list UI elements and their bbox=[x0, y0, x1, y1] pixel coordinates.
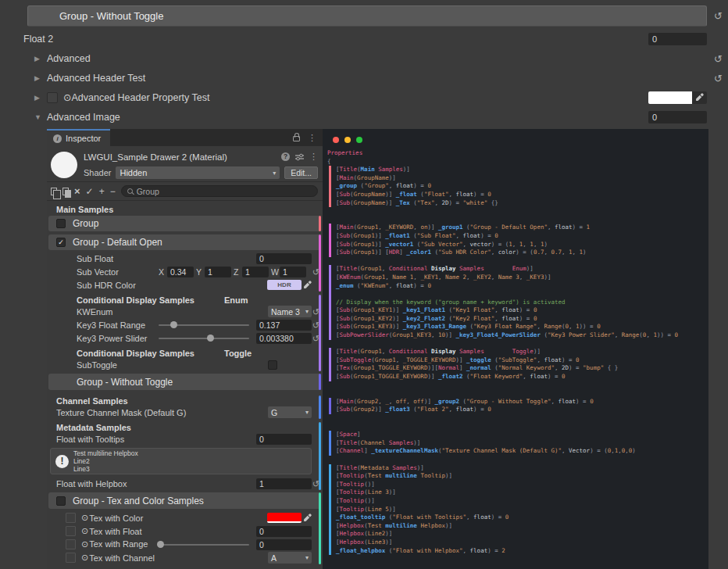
reset-icon[interactable]: ↺ bbox=[312, 320, 319, 329]
color-swatch-sub-hdr-color[interactable]: HDR bbox=[267, 280, 302, 290]
reset-icon[interactable]: ↺ bbox=[312, 479, 319, 488]
texture-slot[interactable] bbox=[66, 513, 76, 523]
slider-handle[interactable] bbox=[170, 321, 177, 328]
code-token: )] bbox=[424, 398, 435, 405]
property-row-key3-power-slider: Key3 Power Slider0.003380↺ bbox=[47, 331, 323, 345]
kebab-menu-icon[interactable]: ⋮ bbox=[308, 133, 316, 143]
reset-icon[interactable]: ↺ bbox=[312, 267, 319, 276]
eyedropper-icon[interactable] bbox=[302, 281, 312, 289]
foldout-closed-icon[interactable]: ▶ bbox=[34, 94, 44, 102]
axis-field-z[interactable]: 1 bbox=[242, 267, 269, 277]
texture-slot[interactable] bbox=[66, 526, 76, 536]
slider-handle[interactable] bbox=[207, 335, 214, 342]
code-token: Group1_TOGGLE_KEYWORD bbox=[354, 364, 428, 371]
eyedropper-icon[interactable] bbox=[302, 514, 312, 522]
property-row-float-with-helpbox: Float with Helpbox1↺ bbox=[47, 477, 323, 490]
code-token: _TOGGLE_KEYWORD bbox=[403, 356, 456, 363]
group-row-group[interactable]: Group bbox=[48, 216, 321, 231]
texture-slot[interactable] bbox=[66, 539, 76, 549]
foldout-open-icon[interactable]: ▼ bbox=[34, 113, 44, 121]
code-token: Sub bbox=[340, 406, 351, 413]
color-swatch[interactable] bbox=[648, 91, 692, 104]
code-token: Sub bbox=[340, 323, 351, 330]
lock-icon[interactable] bbox=[293, 136, 300, 141]
axis-field-x[interactable]: 0.34 bbox=[167, 267, 194, 277]
checkbox-group[interactable] bbox=[56, 219, 66, 228]
group-row-group-without-toggle[interactable]: Group - Without Toggle bbox=[48, 374, 321, 390]
tab-inspector[interactable]: Inspector bbox=[47, 129, 110, 146]
slider-key3-power-slider[interactable] bbox=[159, 338, 249, 339]
texture-slot[interactable] bbox=[66, 553, 76, 563]
color-swatch-tex-with-color[interactable] bbox=[267, 513, 302, 523]
group-without-toggle-header[interactable]: Group - Without Toggle bbox=[27, 5, 707, 27]
code-token: Group1 bbox=[375, 356, 396, 363]
value-field-float-with-helpbox[interactable]: 1 bbox=[256, 478, 312, 489]
value-field-tex-with-range[interactable]: 0 bbox=[256, 539, 312, 550]
material-preview-sphere[interactable] bbox=[51, 152, 77, 178]
property-row-key3-float-range: Key3 Float Range0.137↺ bbox=[47, 318, 323, 331]
color-field[interactable] bbox=[648, 91, 707, 104]
value-field-sub-float[interactable]: 0 bbox=[256, 253, 312, 264]
value-field-key3-float-range[interactable]: 0.137 bbox=[256, 320, 312, 331]
float2-field[interactable]: 0 bbox=[648, 33, 707, 45]
close-dot-icon[interactable] bbox=[333, 137, 339, 143]
code-token: "Sub Float" bbox=[417, 232, 456, 239]
dropdown-tex-with-channel[interactable]: A▾ bbox=[268, 552, 312, 564]
advanced-image-label[interactable]: Advanced Image bbox=[47, 112, 120, 123]
slider-tex-with-range[interactable] bbox=[159, 544, 249, 546]
advanced-label[interactable]: Advanced bbox=[47, 53, 91, 64]
axis-field-y[interactable]: 1 bbox=[205, 267, 231, 277]
search-input[interactable]: Group bbox=[121, 185, 318, 197]
foldout-closed-icon[interactable]: ▶ bbox=[34, 55, 44, 63]
help-icon[interactable] bbox=[281, 152, 290, 161]
paste-icon[interactable] bbox=[62, 188, 69, 195]
advanced-image-field[interactable]: 0 bbox=[648, 111, 707, 123]
reset-icon[interactable]: ↺ bbox=[312, 307, 319, 316]
value-field-key3-power-slider[interactable]: 0.003380 bbox=[256, 333, 312, 344]
remove-icon[interactable]: − bbox=[110, 187, 116, 196]
code-token: _KEY2 bbox=[473, 274, 491, 281]
code-token: Group1 bbox=[361, 348, 382, 355]
checkbox-group-default-open[interactable]: ✓ bbox=[56, 238, 66, 247]
edit-button[interactable]: Edit... bbox=[284, 166, 318, 179]
copy-icon[interactable] bbox=[51, 188, 57, 195]
code-token: ) = bbox=[473, 191, 487, 198]
code-token: 0 bbox=[562, 373, 566, 380]
helpbox-row: Test multiline HelpboxLine2Line3 bbox=[47, 446, 323, 477]
group-row-group-tex-and-color-samples[interactable]: Group - Tex and Color Samples bbox=[48, 492, 321, 509]
foldout-closed-icon[interactable]: ▶ bbox=[34, 74, 44, 82]
dropdown-kwenum[interactable]: Name 3▾ bbox=[268, 306, 312, 317]
kebab-menu-icon[interactable]: ⋮ bbox=[309, 152, 318, 162]
eyedropper-icon[interactable] bbox=[692, 91, 707, 104]
checkmark-icon[interactable]: ✓ bbox=[86, 187, 94, 196]
reset-icon[interactable]: ↺ bbox=[312, 334, 319, 342]
code-line: [Sub(GroupName)] _float ("Float", float)… bbox=[336, 191, 708, 199]
dropdown-texture-channel-mask-default-g[interactable]: G▾ bbox=[268, 406, 312, 418]
preset-icon[interactable] bbox=[295, 153, 304, 161]
slider-handle[interactable] bbox=[157, 541, 164, 548]
value-field-float-with-tooltips[interactable]: 0 bbox=[256, 434, 312, 445]
checkbox[interactable] bbox=[47, 92, 58, 103]
window-controls bbox=[323, 129, 708, 149]
checkbox-group-tex-and-color-samples[interactable] bbox=[56, 496, 66, 506]
slider-key3-float-range[interactable] bbox=[159, 324, 249, 326]
checkbox-subtoggle[interactable] bbox=[268, 360, 277, 370]
reset-icon[interactable]: ↺ bbox=[714, 73, 723, 83]
add-icon[interactable]: + bbox=[99, 187, 105, 196]
code-line: [Tex(Group1_TOGGLE_KEYWORD)][Normal] _no… bbox=[336, 364, 708, 373]
group-row-group-default-open[interactable]: ✓Group - Default Open bbox=[48, 234, 321, 250]
code-token: 10 bbox=[438, 331, 445, 338]
code-token: ( bbox=[354, 282, 361, 289]
code-token: Title bbox=[340, 265, 358, 272]
reset-icon[interactable]: ↺ bbox=[714, 53, 723, 63]
axis-field-w[interactable]: 1 bbox=[280, 267, 306, 277]
maximize-dot-icon[interactable] bbox=[356, 137, 362, 143]
minimize-dot-icon[interactable] bbox=[344, 137, 351, 143]
reset-icon[interactable]: ↺ bbox=[714, 11, 723, 21]
shader-dropdown[interactable]: Hidden ▾ bbox=[116, 166, 280, 179]
advanced-header-test-label[interactable]: Advanced Header Test bbox=[47, 73, 145, 84]
code-token: Line3 bbox=[368, 539, 386, 546]
value-field-tex-with-float[interactable]: 0 bbox=[256, 526, 312, 537]
collapse-icon[interactable]: × bbox=[74, 186, 80, 196]
code-token: multiline bbox=[385, 472, 420, 479]
